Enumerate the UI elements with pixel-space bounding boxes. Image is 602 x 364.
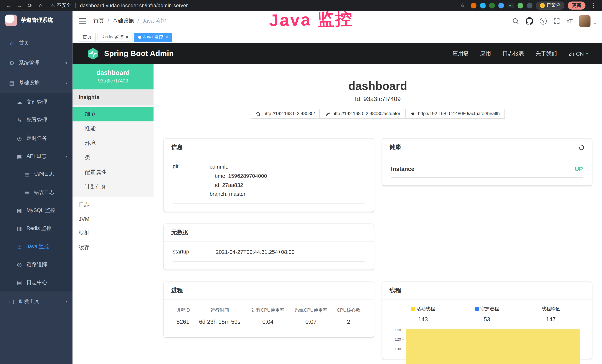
sba-nav-applications[interactable]: 应用: [480, 50, 491, 57]
active-threads-area: [406, 329, 580, 364]
tab-java-monitor[interactable]: Java 监控 ×: [134, 32, 172, 42]
threads-chart: 140 120 100: [391, 328, 583, 351]
sidebar-item-mysql-monitor[interactable]: ▦ MySQL 监控: [0, 201, 73, 219]
sba-item-jvm[interactable]: JVM: [73, 212, 153, 226]
health-row-instance: Instance UP: [391, 162, 583, 178]
tab-home[interactable]: 首页: [79, 32, 96, 42]
endpoint-chip-health[interactable]: http://192.168.0.2:48080/actuator/health: [405, 109, 505, 119]
sba-nav-menu: 应用墙 应用 日志报表 关于我们 zh-CN ▾: [452, 50, 588, 57]
legend-swatch-yellow: [411, 307, 415, 311]
sidebar-item-redis-monitor[interactable]: ▥ Redis 监控: [0, 219, 73, 237]
process-col-header: 进程ID: [173, 306, 193, 318]
sidebar-item-file-mgmt[interactable]: ☁ 文件管理: [0, 93, 73, 111]
metadata-value: 2021-04-27T00:44:31.254+08:00: [216, 248, 365, 257]
sba-item-logs[interactable]: 日志: [73, 197, 153, 212]
security-badge[interactable]: ⚠ 不安全: [51, 2, 71, 9]
update-button[interactable]: 更新: [568, 1, 585, 9]
gear-icon: ⚙: [9, 60, 15, 66]
sidebar-item-home[interactable]: ⌂ 首页: [0, 33, 73, 53]
breadcrumb-item[interactable]: 首页: [93, 18, 104, 24]
sba-item-scheduled[interactable]: 计划任务: [73, 180, 153, 194]
sidebar-item-system-mgmt[interactable]: ⚙ 系统管理 ▾: [0, 53, 73, 73]
process-col-header: CPU核心数: [333, 306, 365, 318]
sba-nav-wall[interactable]: 应用墙: [452, 50, 469, 57]
sba-item-caches[interactable]: 缓存: [73, 240, 153, 255]
sba-item-config-props[interactable]: 配置属性: [73, 165, 153, 180]
extension-icon[interactable]: [517, 2, 523, 8]
app-menu: ⌂ 首页 ⚙ 系统管理 ▾ ▤ 基础设施 ▴ ☁ 文件管理: [0, 30, 73, 311]
sidebar-item-label: 错误日志: [34, 189, 54, 196]
reload-icon[interactable]: ⟳: [25, 2, 35, 8]
url-text[interactable]: dashboard.yudao.iocoder.cn/infra/admin-s…: [80, 2, 188, 8]
font-size-icon[interactable]: тT: [567, 18, 573, 24]
tab-redis-monitor[interactable]: Redis 监控 ×: [97, 32, 132, 42]
sba-item-classes[interactable]: 类: [73, 150, 153, 165]
process-value: 0.07: [290, 318, 333, 330]
table-row: 5261 6d 23h 15m 59s 0.04 0.07 2: [173, 318, 365, 330]
sba-item-performance[interactable]: 性能: [73, 121, 153, 136]
sidebar-item-label: Java 监控: [27, 243, 49, 250]
back-icon[interactable]: ←: [4, 2, 13, 8]
fullscreen-icon[interactable]: [553, 18, 560, 24]
sidebar-item-infrastructure[interactable]: ▤ 基础设施 ▴: [0, 73, 73, 93]
browser-menu-icon[interactable]: ⋮: [589, 2, 598, 8]
sba-item-environment[interactable]: 环境: [73, 136, 153, 150]
extension-icon[interactable]: [489, 2, 495, 8]
close-icon[interactable]: ×: [165, 34, 168, 40]
active-dot: [138, 36, 141, 39]
avatar[interactable]: [579, 15, 591, 27]
process-value: 5261: [173, 318, 193, 330]
extension-icon[interactable]: [480, 2, 486, 8]
extension-icon[interactable]: [498, 2, 504, 8]
document-icon: ▤: [16, 279, 23, 286]
annotation-text: Java 监控: [269, 8, 353, 32]
forward-icon[interactable]: →: [15, 2, 24, 8]
page-title: dashboard: [163, 80, 592, 93]
browser-toolbar-right: ☆ on 已暂停 更新 ⋮: [458, 1, 598, 9]
locale-select[interactable]: zh-CN ▾: [569, 50, 588, 57]
document-icon: ▤: [24, 171, 30, 177]
paused-extensions-badge[interactable]: 已暂停: [536, 1, 564, 9]
process-col-header: 运行时间: [193, 306, 247, 318]
endpoint-chip-base[interactable]: http://192.168.0.2:48080/: [251, 109, 320, 119]
metadata-card: 元数据 startup 2021-04-27T00:44:31.254+08:0…: [163, 224, 374, 270]
sba-group-insights[interactable]: Insights: [73, 89, 153, 105]
home-icon: ⌂: [9, 40, 15, 46]
search-icon[interactable]: [512, 18, 519, 24]
extension-on-badge[interactable]: on: [508, 3, 514, 8]
legend-item-peak: 线程峰值 147: [519, 306, 583, 322]
close-icon[interactable]: ×: [126, 34, 129, 40]
sidebar-item-trace[interactable]: ◎ 链路追踪: [0, 255, 73, 273]
sidebar-item-config-mgmt[interactable]: ✎ 配置管理: [0, 111, 73, 129]
breadcrumb-item[interactable]: 基础设施: [113, 18, 134, 24]
bookmark-star-icon[interactable]: ☆: [458, 2, 467, 8]
health-card: 健康 Instance UP: [382, 139, 592, 186]
github-icon[interactable]: [526, 17, 533, 25]
sidebar-item-log-center[interactable]: ▤ 日志中心: [0, 273, 73, 291]
endpoint-chip-actuator[interactable]: http://192.168.0.2:48080/actuator: [320, 109, 405, 119]
sidebar-item-error-logs[interactable]: ▤ 错误日志: [0, 183, 73, 201]
info-row-git: git commit: time: 1596289704000 id: 27aa…: [173, 162, 365, 204]
sidebar-item-java-monitor[interactable]: ⊡ Java 监控: [0, 237, 73, 255]
chevron-down-icon: ▾: [65, 300, 67, 303]
sidebar-item-dev-tools[interactable]: ▢ 研发工具 ▾: [0, 291, 73, 311]
extension-icon[interactable]: [471, 2, 476, 8]
sba-nav-journal[interactable]: 日志报表: [502, 50, 524, 57]
history-icon[interactable]: [578, 144, 584, 150]
sidebar-item-label: 访问日志: [34, 171, 54, 177]
sba-item-details[interactable]: 细节: [73, 107, 153, 121]
help-icon[interactable]: ?: [540, 18, 547, 24]
screenshot-stage: ← → ⟳ ⌂ ⚠ 不安全 | dashboard.yudao.iocoder.…: [0, 0, 602, 364]
sidebar-item-access-logs[interactable]: ▤ 访问日志: [0, 165, 73, 183]
instance-header[interactable]: dashboard 93a3fc7f7409: [73, 64, 153, 90]
sba-nav-about[interactable]: 关于我们: [536, 50, 557, 57]
sidebar-item-api-logs[interactable]: ▣ API 日志 ▴: [0, 147, 73, 165]
breadcrumb-item-current: Java 监控: [142, 18, 166, 24]
sidebar-item-scheduled-tasks[interactable]: ◷ 定时任务: [0, 129, 73, 147]
extension-icon[interactable]: [527, 2, 532, 8]
app-logo[interactable]: 芋道管理系统: [0, 11, 73, 30]
browser-home-icon[interactable]: ⌂: [36, 2, 45, 8]
hamburger-icon[interactable]: [79, 18, 86, 24]
sba-item-mappings[interactable]: 映射: [73, 226, 153, 240]
sba-brand[interactable]: Spring Boot Admin: [86, 47, 174, 60]
